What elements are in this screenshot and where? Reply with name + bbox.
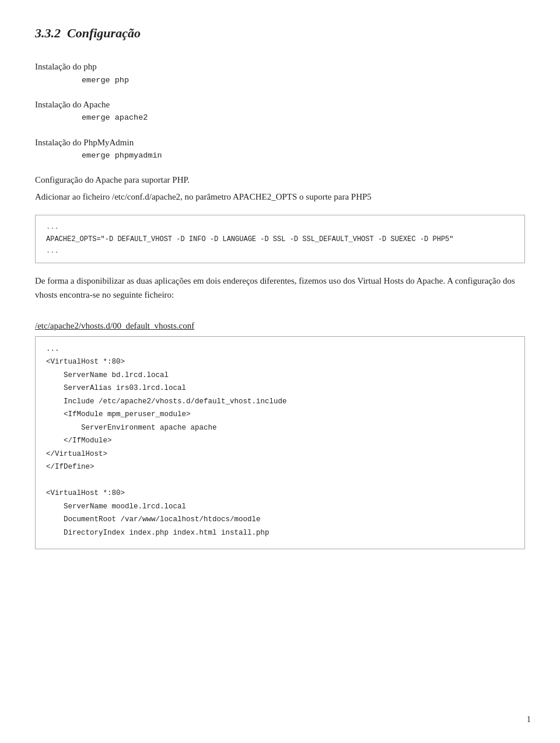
config-line-5: ServerEnvironment apache apache [81,421,514,435]
apache-opts-code-box: ... APACHE2_OPTS="-D DEFAULT_VHOST -D IN… [35,215,525,263]
config-line-0: <VirtualHost *:80> [46,355,514,369]
config-apache-label: Configuração do Apache para suportar PHP… [35,173,525,187]
install-apache-block: Instalação do Apache emerge apache2 [35,98,525,124]
config-line-11: ServerName moodle.lrcd.local [64,500,514,514]
install-phpmyadmin-block: Instalação do PhpMyAdmin emerge phpmyadm… [35,136,525,162]
config-line-2: ServerAlias irs03.lrcd.local [64,382,514,395]
paragraph-virtual-hosts: De forma a disponibilizar as duas aplica… [35,274,525,302]
config-line-10: <VirtualHost *:80> [46,487,514,500]
config-line-8: </IfDefine> [46,461,514,474]
config-line-3: Include /etc/apache2/vhosts.d/default_vh… [64,395,514,409]
config-line-1: ServerName bd.lrcd.local [64,369,514,382]
section-heading: 3.3.2 Configuração [35,23,525,43]
config-line-12: DocumentRoot /var/www/localhost/htdocs/m… [64,513,514,526]
code-dots-before: ... [46,221,514,233]
install-phpmyadmin-command: emerge phpmyadmin [82,150,525,162]
install-php-label: Instalação do php [35,60,525,74]
file-path: /etc/apache2/vhosts.d/00_default_vhosts.… [35,319,525,333]
install-php-block: Instalação do php emerge php [35,60,525,86]
config-line-13: DirectoryIndex index.php index.html inst… [64,526,514,540]
install-php-command: emerge php [82,75,525,86]
config-line-blank [46,474,514,487]
config-apache-description: Adicionar ao ficheiro /etc/conf.d/apache… [35,190,525,204]
config-section-block: Configuração do Apache para suportar PHP… [35,173,525,203]
apache-opts-code-line: APACHE2_OPTS="-D DEFAULT_VHOST -D INFO -… [46,233,514,245]
config-line-4: <IfModule mpm_peruser_module> [64,408,514,421]
vhosts-config-box: ... <VirtualHost *:80> ServerName bd.lrc… [35,336,525,550]
install-phpmyadmin-label: Instalação do PhpMyAdmin [35,136,525,149]
config-dots: ... [46,343,514,356]
code-dots-after: ... [46,245,514,257]
install-apache-command: emerge apache2 [82,112,525,124]
config-line-7: </VirtualHost> [46,448,514,461]
install-apache-label: Instalação do Apache [35,98,525,111]
config-line-6: </IfModule> [64,434,514,448]
